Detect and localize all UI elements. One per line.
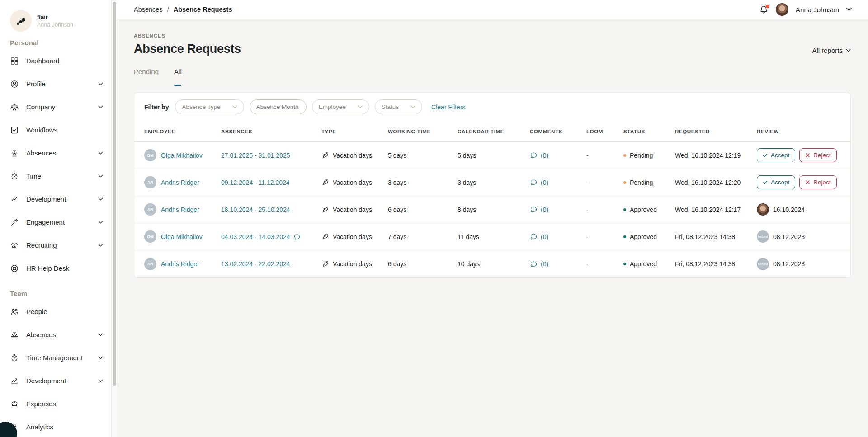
- breadcrumb-separator: /: [167, 6, 169, 13]
- comment-bubble-icon: [530, 206, 538, 213]
- sidebar-item-label: Engagement: [26, 218, 91, 226]
- sidebar-item-profile[interactable]: Profile: [10, 72, 111, 95]
- employee-link[interactable]: Olga Mikhailov: [161, 152, 203, 159]
- sidebar-item-absences[interactable]: Absences: [10, 141, 111, 164]
- absence-dates-link[interactable]: 09.12.2024 - 11.12.2024: [221, 179, 290, 186]
- accept-label: Accept: [771, 179, 789, 186]
- workflows-icon: [10, 126, 19, 135]
- filter-absence-month[interactable]: [250, 99, 307, 114]
- chevron-down-icon[interactable]: [846, 8, 852, 11]
- flair-logo-icon[interactable]: [10, 10, 32, 32]
- reject-button[interactable]: Reject: [799, 175, 836, 189]
- tab-all[interactable]: All: [174, 68, 182, 88]
- filter-absence-type-select[interactable]: Absence Type: [175, 99, 244, 114]
- comments-cell[interactable]: (0): [530, 179, 586, 186]
- sidebar-item-analytics[interactable]: Analytics: [10, 415, 111, 437]
- reject-button[interactable]: Reject: [799, 148, 836, 162]
- sidebar-item-engagement[interactable]: Engagement: [10, 211, 111, 234]
- sidebar-item-label: Workflows: [26, 126, 103, 134]
- chevron-down-icon: [98, 151, 103, 155]
- comments-cell[interactable]: (0): [530, 151, 586, 159]
- sidebar-item-development[interactable]: Development: [10, 188, 111, 211]
- sidebar-item-recruiting[interactable]: Recruiting: [10, 234, 111, 257]
- absence-type-label: Vacation days: [333, 152, 372, 159]
- working-time-cell: 7 days: [388, 233, 458, 240]
- employee-link[interactable]: Andris Ridger: [161, 260, 199, 268]
- check-icon: [763, 180, 768, 185]
- feather-icon: [321, 179, 329, 186]
- loom-cell: -: [586, 233, 623, 240]
- bell-icon[interactable]: [759, 5, 769, 14]
- sidebar-item-label: Time Management: [26, 354, 91, 362]
- chevron-down-icon: [98, 82, 103, 85]
- comments-count: (0): [541, 152, 548, 159]
- sidebar-item-development[interactable]: Development: [10, 369, 111, 392]
- all-reports-dropdown[interactable]: All reports: [812, 47, 851, 56]
- sidebar-item-label: Recruiting: [26, 241, 91, 249]
- requested-cell: Wed, 16.10.2024 12:19: [675, 152, 757, 159]
- employee-initials-avatar: AR: [144, 203, 156, 216]
- chevron-down-icon: [98, 174, 103, 178]
- employee-link[interactable]: Andris Ridger: [161, 206, 199, 213]
- chevron-down-icon: [98, 105, 103, 108]
- absence-dates-link[interactable]: 18.10.2024 - 25.10.2024: [221, 206, 290, 213]
- absences-icon: [10, 149, 19, 158]
- comments-cell[interactable]: (0): [530, 260, 586, 268]
- sidebar-item-label: Time: [26, 172, 91, 180]
- sidebar-item-time[interactable]: Time: [10, 164, 111, 188]
- sidebar-scrollbar[interactable]: [111, 0, 117, 437]
- sidebar-item-people[interactable]: People: [10, 300, 111, 323]
- brand-name: flair: [37, 14, 73, 20]
- sidebar-item-workflows[interactable]: Workflows: [10, 118, 111, 141]
- employee-link[interactable]: Andris Ridger: [161, 179, 199, 186]
- sidebar-item-hr-help-desk[interactable]: HR Help Desk: [10, 257, 111, 280]
- column-header-employee: EMPLOYEE: [144, 129, 221, 134]
- column-header-loom: LOOM: [586, 129, 623, 134]
- employee-link[interactable]: Olga Mikhailov: [161, 233, 203, 240]
- column-header-requested: REQUESTED: [675, 129, 757, 134]
- expenses-icon: [10, 399, 19, 409]
- sidebar-item-label: Development: [26, 377, 91, 385]
- people-icon: [10, 307, 19, 316]
- comments-count: (0): [541, 260, 548, 268]
- absence-type-cell: Vacation days: [321, 233, 388, 240]
- tab-pending[interactable]: Pending: [134, 68, 159, 88]
- absence-dates-link[interactable]: 27.01.2025 - 31.01.2025: [221, 152, 290, 159]
- absence-type-cell: Vacation days: [321, 151, 388, 159]
- accept-button[interactable]: Accept: [757, 175, 795, 189]
- comments-cell[interactable]: (0): [530, 206, 586, 213]
- sidebar-item-absences[interactable]: Absences: [10, 323, 111, 346]
- comments-cell[interactable]: (0): [530, 233, 586, 240]
- employee-cell: ARAndris Ridger: [144, 258, 221, 270]
- sidebar-item-time-management[interactable]: Time Management: [10, 346, 111, 369]
- profile-icon: [10, 80, 19, 89]
- sidebar-scrollbar-thumb[interactable]: [113, 2, 116, 386]
- main-area: Absences / Absence Requests Anna Johnson: [117, 0, 868, 437]
- breadcrumb-absences[interactable]: Absences: [134, 6, 163, 13]
- tab-label: All: [174, 68, 182, 75]
- absence-dates-link[interactable]: 04.03.2024 - 14.03.2024: [221, 233, 290, 240]
- accept-button[interactable]: Accept: [757, 148, 795, 162]
- user-avatar[interactable]: [776, 3, 788, 16]
- sidebar-item-expenses[interactable]: Expenses: [10, 392, 111, 415]
- absence-month-input[interactable]: [256, 103, 300, 110]
- absence-requests-table: EMPLOYEEABSENCESTYPEWORKING TIMECALENDAR…: [134, 121, 850, 277]
- development-icon: [10, 195, 19, 204]
- filter-status-select[interactable]: Status: [375, 99, 422, 114]
- filter-pills: Absence TypeEmployeeStatus: [175, 99, 422, 114]
- status-label: Approved: [630, 260, 657, 268]
- development-icon: [10, 376, 19, 385]
- comments-count: (0): [541, 206, 548, 213]
- column-header-working-time: WORKING TIME: [388, 129, 458, 134]
- chevron-down-icon: [98, 197, 103, 201]
- absence-requests-panel: Filter by Absence TypeEmployeeStatus Cle…: [134, 92, 851, 278]
- chevron-down-icon: [410, 105, 415, 108]
- sidebar-item-company[interactable]: Company: [10, 95, 111, 118]
- clear-filters-link[interactable]: Clear Filters: [431, 103, 465, 111]
- user-name[interactable]: Anna Johnson: [796, 6, 839, 14]
- filter-employee-select[interactable]: Employee: [312, 99, 369, 114]
- chevron-down-icon: [98, 379, 103, 382]
- absence-dates-link[interactable]: 13.02.2024 - 22.02.2024: [221, 260, 290, 268]
- sidebar-item-dashboard[interactable]: Dashboard: [10, 49, 111, 72]
- comment-bubble-icon: [530, 179, 538, 186]
